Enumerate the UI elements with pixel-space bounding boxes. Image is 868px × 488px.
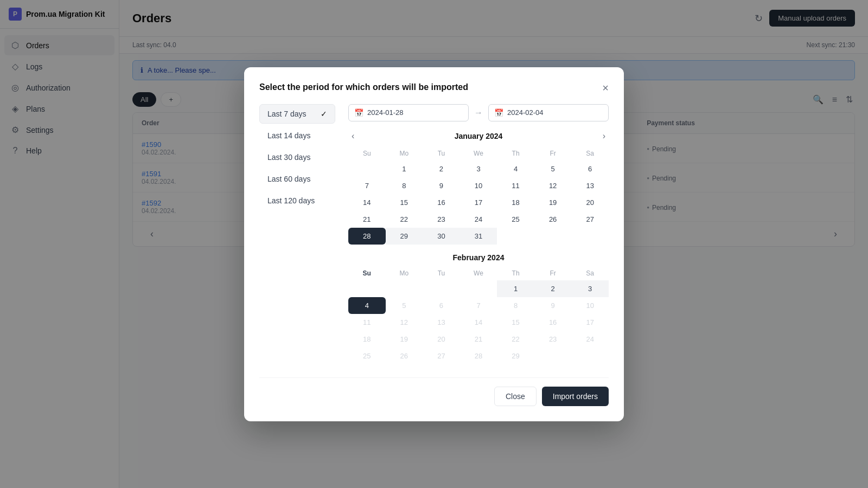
- cal-day-feb-26[interactable]: 26: [386, 348, 423, 364]
- cal-day-jan-30[interactable]: 30: [423, 228, 460, 245]
- day-header-fr: Fr: [534, 146, 572, 160]
- cal-day-jan-16[interactable]: 16: [423, 194, 460, 211]
- cal-day-feb-16[interactable]: 16: [534, 314, 572, 331]
- cal-day-feb-19[interactable]: 19: [386, 331, 423, 348]
- end-date-input[interactable]: 📅 2024-02-04: [488, 104, 609, 121]
- modal-footer: Close Import orders: [259, 377, 609, 406]
- cal-day-jan-25[interactable]: 25: [497, 211, 534, 228]
- cal-day-jan-15[interactable]: 15: [386, 194, 423, 211]
- cal-day-feb-17[interactable]: 17: [571, 314, 609, 331]
- cal-day-feb-23[interactable]: 23: [534, 331, 572, 348]
- cal-day-jan-22[interactable]: 22: [386, 211, 423, 228]
- import-orders-button[interactable]: Import orders: [542, 387, 609, 406]
- cal-day-feb-7[interactable]: 7: [460, 297, 497, 314]
- cal-day-jan-6[interactable]: 6: [571, 160, 609, 177]
- cal-day-feb-14[interactable]: 14: [460, 314, 497, 331]
- cal-day-jan-26[interactable]: 26: [534, 211, 572, 228]
- cal-day-jan-24[interactable]: 24: [460, 211, 497, 228]
- cal-day-jan-3[interactable]: 3: [460, 160, 497, 177]
- close-modal-button[interactable]: Close: [494, 387, 537, 406]
- cal-day-feb-1[interactable]: 1: [497, 280, 534, 297]
- cal-day-jan-7[interactable]: 7: [348, 177, 386, 194]
- cal-day-jan-2[interactable]: 2: [423, 160, 460, 177]
- cal-day-empty: [534, 228, 572, 245]
- cal-day-feb-12[interactable]: 12: [386, 314, 423, 331]
- cal-day-feb-22[interactable]: 22: [497, 331, 534, 348]
- cal-day-jan-13[interactable]: 13: [571, 177, 609, 194]
- start-date-value: 2024-01-28: [367, 108, 404, 117]
- period-list: Last 7 days ✓ Last 14 days Last 30 days …: [259, 104, 335, 364]
- cal-day-feb-24[interactable]: 24: [571, 331, 609, 348]
- period-14-days[interactable]: Last 14 days: [259, 126, 335, 145]
- cal-day-empty: [534, 348, 572, 364]
- cal-day-feb-2[interactable]: 2: [534, 280, 572, 297]
- day-header-sa: Sa: [571, 146, 609, 160]
- cal-day-jan-21[interactable]: 21: [348, 211, 386, 228]
- cal-day-feb-3[interactable]: 3: [571, 280, 609, 297]
- february-title: February 2024: [363, 253, 593, 262]
- cal-day-jan-10[interactable]: 10: [460, 177, 497, 194]
- start-date-input[interactable]: 📅 2024-01-28: [348, 104, 469, 121]
- cal-day-feb-18[interactable]: 18: [348, 331, 386, 348]
- cal-day-feb-28[interactable]: 28: [460, 348, 497, 364]
- cal-day-jan-31[interactable]: 31: [460, 228, 497, 245]
- cal-day-jan-9[interactable]: 9: [423, 177, 460, 194]
- modal-overlay: Select the period for which orders will …: [0, 0, 868, 488]
- cal-day-jan-5[interactable]: 5: [534, 160, 572, 177]
- cal-day-feb-4[interactable]: 4: [348, 297, 386, 314]
- cal-day-feb-10[interactable]: 10: [571, 297, 609, 314]
- cal-day-feb-27[interactable]: 27: [423, 348, 460, 364]
- period-60-days[interactable]: Last 60 days: [259, 169, 335, 189]
- cal-day-jan-12[interactable]: 12: [534, 177, 572, 194]
- cal-day-feb-21[interactable]: 21: [460, 331, 497, 348]
- check-icon: ✓: [321, 110, 327, 118]
- period-7-days[interactable]: Last 7 days ✓: [259, 104, 335, 124]
- cal-day-jan-19[interactable]: 19: [534, 194, 572, 211]
- cal-day-jan-18[interactable]: 18: [497, 194, 534, 211]
- cal-day-jan-11[interactable]: 11: [497, 177, 534, 194]
- cal-day-jan-4[interactable]: 4: [497, 160, 534, 177]
- period-30-days[interactable]: Last 30 days: [259, 147, 335, 167]
- cal-day-jan-23[interactable]: 23: [423, 211, 460, 228]
- cal-day-feb-29[interactable]: 29: [497, 348, 534, 364]
- modal-body: Last 7 days ✓ Last 14 days Last 30 days …: [259, 104, 609, 364]
- cal-day-jan-29[interactable]: 29: [386, 228, 423, 245]
- calendar-icon-start: 📅: [354, 108, 363, 117]
- cal-day-jan-20[interactable]: 20: [571, 194, 609, 211]
- cal-day-feb-8[interactable]: 8: [497, 297, 534, 314]
- february-calendar: February 2024 Su Mo Tu We Th Fr Sa: [348, 253, 609, 364]
- january-grid: Su Mo Tu We Th Fr Sa 1 2 3 4 5: [348, 146, 609, 245]
- modal-close-button[interactable]: ×: [602, 82, 609, 93]
- cal-day-jan-1[interactable]: 1: [386, 160, 423, 177]
- cal-day-empty: [460, 280, 497, 297]
- calendar-section: 📅 2024-01-28 → 📅 2024-02-04 ‹ January 20…: [348, 104, 609, 364]
- day-header-fr-feb: Fr: [534, 266, 572, 280]
- cal-day-empty: [497, 228, 534, 245]
- cal-day-jan-28[interactable]: 28: [348, 228, 386, 245]
- next-month-button[interactable]: ›: [599, 130, 609, 142]
- cal-day-jan-8[interactable]: 8: [386, 177, 423, 194]
- day-header-we-feb: We: [460, 266, 497, 280]
- cal-day-feb-25[interactable]: 25: [348, 348, 386, 364]
- cal-day-jan-14[interactable]: 14: [348, 194, 386, 211]
- cal-day-empty: [571, 228, 609, 245]
- cal-day-feb-9[interactable]: 9: [534, 297, 572, 314]
- cal-day-feb-13[interactable]: 13: [423, 314, 460, 331]
- cal-day-empty: [348, 160, 386, 177]
- period-120-days[interactable]: Last 120 days: [259, 191, 335, 210]
- cal-day-feb-11[interactable]: 11: [348, 314, 386, 331]
- day-header-we: We: [460, 146, 497, 160]
- day-header-tu-feb: Tu: [423, 266, 460, 280]
- period-14-label: Last 14 days: [267, 131, 310, 140]
- cal-day-feb-6[interactable]: 6: [423, 297, 460, 314]
- cal-day-feb-5[interactable]: 5: [386, 297, 423, 314]
- cal-day-feb-20[interactable]: 20: [423, 331, 460, 348]
- cal-day-jan-27[interactable]: 27: [571, 211, 609, 228]
- cal-day-jan-17[interactable]: 17: [460, 194, 497, 211]
- day-header-su: Su: [348, 146, 386, 160]
- period-120-label: Last 120 days: [267, 196, 315, 205]
- cal-day-empty: [386, 280, 423, 297]
- prev-month-button[interactable]: ‹: [348, 130, 358, 142]
- cal-day-feb-15[interactable]: 15: [497, 314, 534, 331]
- cal-day-empty: [571, 348, 609, 364]
